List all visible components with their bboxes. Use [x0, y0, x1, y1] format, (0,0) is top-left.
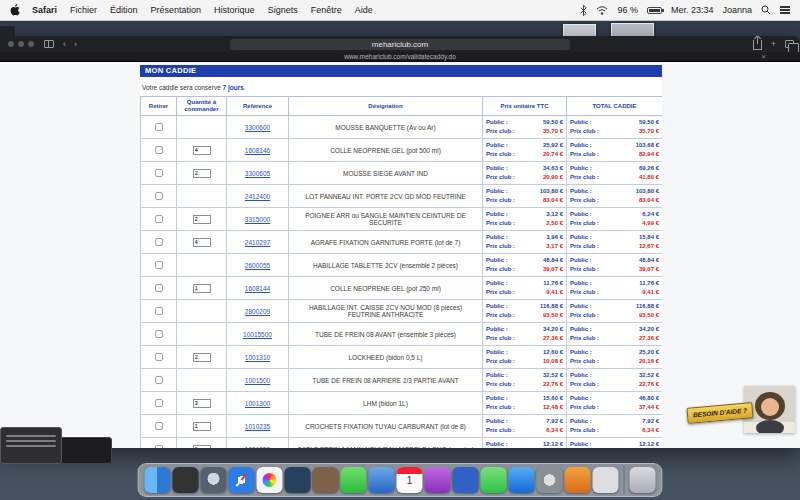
- quantity-input[interactable]: [193, 353, 211, 362]
- close-tab-icon[interactable]: ×: [761, 52, 766, 62]
- dock-icon-system-preferences[interactable]: [537, 467, 563, 493]
- reference-link[interactable]: 2410297: [245, 239, 270, 246]
- spotlight-icon[interactable]: [761, 5, 771, 15]
- menu-item-safari[interactable]: Safari: [32, 5, 57, 15]
- quantity-input[interactable]: [193, 284, 211, 293]
- club-price-value: 39,07 €: [639, 265, 659, 274]
- desktop-window-thumbnail[interactable]: [611, 23, 654, 37]
- help-widget[interactable]: BESOIN D'AIDE ?: [685, 386, 795, 434]
- quantity-input[interactable]: [193, 169, 211, 178]
- remove-checkbox[interactable]: [155, 422, 163, 430]
- menu-item-édition[interactable]: Édition: [110, 5, 138, 15]
- minimize-window-button[interactable]: [18, 41, 24, 47]
- reference-link[interactable]: 2412400: [245, 193, 270, 200]
- zoom-window-button[interactable]: [28, 41, 34, 47]
- background-window[interactable]: [0, 427, 62, 464]
- menu-item-fichier[interactable]: Fichier: [70, 5, 97, 15]
- reference-link[interactable]: 1608146: [245, 147, 270, 154]
- unit-price-cell: Public :7,92 €Prix club :6,34 €: [483, 415, 567, 438]
- dock-icon-facetime[interactable]: [481, 467, 507, 493]
- reference-link[interactable]: 3300600: [245, 124, 270, 131]
- menu-item-aide[interactable]: Aide: [355, 5, 373, 15]
- remove-checkbox[interactable]: [155, 123, 163, 131]
- club-price-label: Prix club :: [486, 173, 515, 182]
- club-price-value: 39,07 €: [543, 265, 563, 274]
- dock-icon-app-blue[interactable]: [453, 467, 479, 493]
- close-window-button[interactable]: [8, 41, 14, 47]
- col-header-prix-unitaire: Prix unitaire TTC: [483, 97, 567, 116]
- dock-icon-photo-booth[interactable]: [313, 467, 339, 493]
- dock-icon-app-dark[interactable]: [173, 467, 199, 493]
- remove-checkbox[interactable]: [155, 146, 163, 154]
- cart-table: Retirer Quantité à commander Référence D…: [140, 96, 662, 448]
- battery-icon[interactable]: [647, 7, 662, 14]
- quantity-input[interactable]: [193, 445, 211, 449]
- remove-checkbox[interactable]: [155, 169, 163, 177]
- new-tab-icon[interactable]: +: [771, 36, 776, 52]
- share-icon[interactable]: [753, 40, 762, 50]
- dock-icon-itunes[interactable]: [425, 467, 451, 493]
- dock-icon-trash[interactable]: [630, 467, 656, 493]
- wifi-icon[interactable]: [596, 6, 608, 15]
- reference-link[interactable]: 10015500: [243, 331, 272, 338]
- remove-checkbox[interactable]: [155, 445, 163, 448]
- dock-icon-safari[interactable]: [229, 467, 255, 493]
- forward-icon[interactable]: ›: [74, 36, 77, 52]
- dock-icon-calendar[interactable]: [397, 467, 423, 493]
- remove-checkbox[interactable]: [155, 399, 163, 407]
- dock-icon-app-navy[interactable]: [285, 467, 311, 493]
- quantity-input[interactable]: [193, 422, 211, 431]
- reference-link[interactable]: 1001500: [245, 377, 270, 384]
- dock-icon-app-orange[interactable]: [565, 467, 591, 493]
- quantity-input[interactable]: [193, 215, 211, 224]
- reference-link[interactable]: 1001310: [245, 354, 270, 361]
- total-price-cell: Public :25,20 €Prix club :20,16 €: [567, 346, 663, 369]
- quantity-input[interactable]: [193, 146, 211, 155]
- menu-item-historique[interactable]: Historique: [214, 5, 255, 15]
- remove-checkbox[interactable]: [155, 376, 163, 384]
- menubar-clock[interactable]: Mer. 23:34: [671, 5, 714, 15]
- club-price-label: Prix club :: [570, 380, 599, 389]
- col-header-reference: Référence: [227, 97, 289, 116]
- menubar-user[interactable]: Joanna: [722, 5, 752, 15]
- reference-link[interactable]: 1608144: [245, 285, 270, 292]
- remove-checkbox[interactable]: [155, 284, 163, 292]
- browser-tab[interactable]: www.mehariclub.com/validatecaddy.do: [0, 52, 800, 61]
- remove-checkbox[interactable]: [155, 192, 163, 200]
- remove-checkbox[interactable]: [155, 215, 163, 223]
- reference-link[interactable]: 1001250: [245, 446, 270, 449]
- dock-icon-app-light[interactable]: [593, 467, 619, 493]
- address-bar[interactable]: mehariclub.com: [230, 39, 570, 50]
- dock-icon-photos[interactable]: [257, 467, 283, 493]
- menu-item-présentation[interactable]: Présentation: [151, 5, 202, 15]
- back-icon[interactable]: ‹: [63, 36, 66, 52]
- background-window[interactable]: [58, 437, 112, 464]
- remove-checkbox[interactable]: [155, 238, 163, 246]
- sidebar-icon[interactable]: [44, 40, 54, 48]
- remove-checkbox[interactable]: [155, 261, 163, 269]
- quantity-input[interactable]: [193, 238, 211, 247]
- remove-checkbox[interactable]: [155, 330, 163, 338]
- reference-link[interactable]: 1001300: [245, 400, 270, 407]
- reference-link[interactable]: 2800209: [245, 308, 270, 315]
- reference-link[interactable]: 3315000: [245, 216, 270, 223]
- reference-link[interactable]: 2600055: [245, 262, 270, 269]
- remove-checkbox[interactable]: [155, 353, 163, 361]
- reference-link[interactable]: 3300605: [245, 170, 270, 177]
- remove-checkbox[interactable]: [155, 307, 163, 315]
- menu-item-signets[interactable]: Signets: [268, 5, 298, 15]
- apple-menu-icon[interactable]: [10, 4, 20, 16]
- bluetooth-icon[interactable]: [580, 5, 587, 16]
- reference-link[interactable]: 1010235: [245, 423, 270, 430]
- public-price-label: Public :: [570, 210, 592, 219]
- notification-center-icon[interactable]: [780, 5, 790, 16]
- dock-icon-messages[interactable]: [341, 467, 367, 493]
- tabs-icon[interactable]: [785, 40, 794, 48]
- dock-icon-app-store[interactable]: [509, 467, 535, 493]
- club-price-label: Prix club :: [486, 380, 515, 389]
- menu-item-fenêtre[interactable]: Fenêtre: [311, 5, 342, 15]
- quantity-input[interactable]: [193, 399, 211, 408]
- dock-icon-mail[interactable]: [369, 467, 395, 493]
- dock-icon-launchpad[interactable]: [201, 467, 227, 493]
- dock-icon-finder[interactable]: [145, 467, 171, 493]
